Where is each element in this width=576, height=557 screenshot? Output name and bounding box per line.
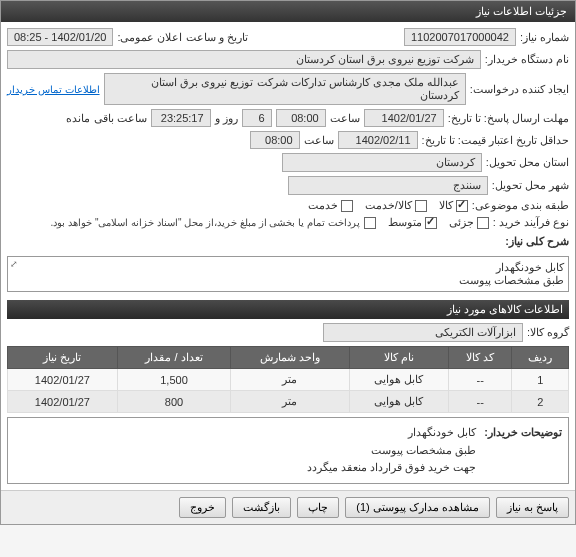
label-desc: شرح کلی نیاز: (505, 235, 569, 248)
label-deadline: مهلت ارسال پاسخ: تا تاریخ: (448, 112, 569, 125)
cell-name: کابل هوایی (349, 391, 448, 413)
checkbox-kala[interactable] (456, 200, 468, 212)
table-row[interactable]: 2 -- کابل هوایی متر 800 1402/01/27 (8, 391, 569, 413)
expand-icon[interactable]: ⤢ (10, 259, 18, 269)
cell-date: 1402/01/27 (8, 391, 118, 413)
field-req-no: 1102007017000042 (404, 28, 516, 46)
field-creator: عبدالله ملک مجدی کارشناس تدارکات شرکت تو… (104, 73, 466, 105)
cell-code: -- (448, 369, 512, 391)
checkbox-kala-khadamat[interactable] (415, 200, 427, 212)
th-code: کد کالا (448, 347, 512, 369)
field-city: سنندج (288, 176, 488, 195)
attachments-button[interactable]: مشاهده مدارک پیوستی (1) (345, 497, 490, 518)
label-province: استان محل تحویل: (486, 156, 569, 169)
checkbox-khadmat[interactable] (341, 200, 353, 212)
field-buyer-org: شرکت توزیع نیروی برق استان کردستان (7, 50, 481, 69)
table-row[interactable]: 1 -- کابل هوایی متر 1,500 1402/01/27 (8, 369, 569, 391)
label-mid: متوسط (388, 216, 422, 229)
label-hour-2: ساعت (304, 134, 334, 147)
label-remaining: ساعت باقی مانده (66, 112, 146, 125)
label-valid-from: حداقل تاریخ اعتبار قیمت: تا تاریخ: (422, 134, 569, 147)
field-province: کردستان (282, 153, 482, 172)
print-button[interactable]: چاپ (297, 497, 339, 518)
footer-buttons: پاسخ به نیاز مشاهده مدارک پیوستی (1) چاپ… (1, 490, 575, 524)
checkbox-mid[interactable] (425, 217, 437, 229)
th-unit: واحد شمارش (231, 347, 349, 369)
label-category: طبقه بندی موضوعی: (472, 199, 569, 212)
th-idx: ردیف (512, 347, 569, 369)
label-low: جزئی (449, 216, 474, 229)
field-valid-date: 1402/02/11 (338, 131, 418, 149)
cell-qty: 800 (117, 391, 230, 413)
field-deadline-time: 08:00 (276, 109, 326, 127)
cell-idx: 2 (512, 391, 569, 413)
desc-text: کابل خودنگهدار طبق مشخصات پیوست (459, 261, 564, 286)
field-group: ابزارآلات الکتریکی (323, 323, 523, 342)
label-creator: ایجاد کننده درخواست: (470, 83, 569, 96)
field-pub-datetime: 1402/01/20 - 08:25 (7, 28, 113, 46)
cell-qty: 1,500 (117, 369, 230, 391)
cell-name: کابل هوایی (349, 369, 448, 391)
cell-unit: متر (231, 369, 349, 391)
label-req-no: شماره نیاز: (520, 31, 569, 44)
label-group: گروه کالا: (527, 326, 569, 339)
label-day-and: روز و (215, 112, 238, 125)
buyer-notes-text: کابل خودنگهدار طبق مشخصات پیوست جهت خرید… (307, 424, 476, 477)
checkbox-treasury[interactable] (364, 217, 376, 229)
cell-idx: 1 (512, 369, 569, 391)
desc-textarea[interactable]: ⤢ کابل خودنگهدار طبق مشخصات پیوست (7, 256, 569, 292)
label-buyer-org: نام دستگاه خریدار: (485, 53, 569, 66)
label-pub-datetime: تاریخ و ساعت اعلان عمومی: (117, 31, 247, 44)
field-valid-time: 08:00 (250, 131, 300, 149)
th-date: تاریخ نیاز (8, 347, 118, 369)
field-remain-time: 23:25:17 (151, 109, 211, 127)
buyer-notes-label: توضیحات خریدار: (484, 424, 562, 477)
contact-link[interactable]: اطلاعات تماس خریدار (7, 84, 100, 95)
label-city: شهر محل تحویل: (492, 179, 569, 192)
treasury-note: پرداخت تمام یا بخشی از مبلغ خرید،از محل … (51, 217, 360, 228)
buyer-notes-box: توضیحات خریدار: کابل خودنگهدار طبق مشخصا… (7, 417, 569, 484)
reply-button[interactable]: پاسخ به نیاز (496, 497, 569, 518)
cell-code: -- (448, 391, 512, 413)
back-button[interactable]: بازگشت (232, 497, 291, 518)
label-proc-type: نوع فرآیند خرید : (493, 216, 569, 229)
cell-date: 1402/01/27 (8, 369, 118, 391)
label-kala: کالا (439, 199, 453, 212)
window-titlebar: جزئیات اطلاعات نیاز (1, 1, 575, 22)
label-khadmat: خدمت (308, 199, 338, 212)
items-section-header: اطلاعات کالاهای مورد نیاز (7, 300, 569, 319)
exit-button[interactable]: خروج (179, 497, 226, 518)
checkbox-low[interactable] (477, 217, 489, 229)
field-remain-days: 6 (242, 109, 272, 127)
label-kala-khadamat: کالا/خدمت (365, 199, 412, 212)
field-deadline-date: 1402/01/27 (364, 109, 444, 127)
items-table: ردیف کد کالا نام کالا واحد شمارش تعداد /… (7, 346, 569, 413)
th-qty: تعداد / مقدار (117, 347, 230, 369)
label-hour-1: ساعت (330, 112, 360, 125)
th-name: نام کالا (349, 347, 448, 369)
cell-unit: متر (231, 391, 349, 413)
